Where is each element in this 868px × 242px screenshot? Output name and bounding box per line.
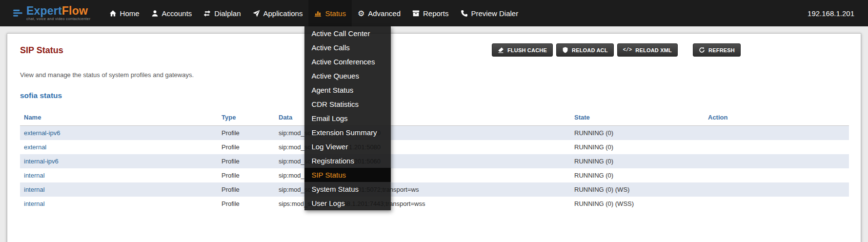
cell-type: Profile (218, 182, 275, 197)
table-row: externalProfilesip:mod_sofia@192.168.1.2… (20, 140, 849, 154)
status-menu-item-active-call-center[interactable]: Active Call Center (304, 26, 391, 40)
nav-item-advanced[interactable]: ⚙Advanced (352, 0, 406, 26)
nav-item-dialplan[interactable]: Dialplan (198, 0, 246, 26)
status-menu-item-system-status[interactable]: System Status (304, 182, 391, 196)
profile-name-link[interactable]: external-ipv6 (24, 129, 60, 137)
expertflow-logo-icon (13, 8, 23, 19)
cell-action (704, 182, 849, 197)
eraser-icon (498, 47, 504, 53)
page-description: View and manage the status of system pro… (20, 71, 848, 79)
status-menu-item-registrations[interactable]: Registrations (304, 154, 391, 168)
server-ip: 192.168.1.201 (807, 9, 854, 18)
status-menu-item-extension-summary[interactable]: Extension Summary (304, 125, 391, 140)
brand-logo[interactable]: ExpertFlow chat, voice and video contact… (13, 5, 91, 21)
chart-icon (314, 10, 322, 17)
gear-icon: ⚙ (358, 10, 364, 17)
column-header-action[interactable]: Action (704, 111, 849, 126)
cell-action (704, 154, 849, 168)
table-row: internalProfilesip:mod_sofia@192.168.1.2… (20, 168, 849, 182)
main-nav: HomeAccountsDialplanApplicationsStatusAc… (103, 0, 525, 26)
button-label: FLUSH CACHE (507, 47, 547, 53)
status-menu-item-log-viewer[interactable]: Log Viewer (304, 140, 391, 154)
status-menu-item-active-queues[interactable]: Active Queues (304, 69, 391, 83)
table-row: internalProfilesips:mod_sofia@192.168.1.… (20, 197, 849, 211)
cell-type: Profile (218, 168, 275, 182)
nav-item-label: Advanced (368, 9, 401, 18)
column-header-name[interactable]: Name (20, 111, 218, 126)
cell-state: RUNNING (0) (WS) (570, 182, 704, 197)
transfer-icon (203, 10, 211, 17)
column-header-type[interactable]: Type (218, 111, 275, 126)
cell-state: RUNNING (0) (570, 154, 704, 168)
profile-name-link[interactable]: internal (24, 200, 45, 207)
nav-item-home[interactable]: Home (103, 0, 145, 26)
section-title: sofia status (20, 91, 848, 100)
nav-item-label: Dialplan (214, 9, 241, 18)
refresh-icon (699, 47, 705, 53)
table-row: internalProfilesip:mod_sofia@192.168.1.2… (20, 182, 849, 197)
sofia-status-table: NameTypeDataStateAction external-ipv6Pro… (20, 111, 849, 211)
toolbar: FLUSH CACHERELOAD ACL</>RELOAD XMLREFRES… (492, 43, 741, 57)
status-dropdown-menu: Active Call CenterActive CallsActive Con… (304, 26, 391, 210)
cell-name: external (20, 140, 218, 154)
column-header-state[interactable]: State (570, 111, 704, 126)
cell-name: external-ipv6 (20, 126, 218, 141)
profile-name-link[interactable]: external (24, 143, 46, 151)
cell-name: internal (20, 197, 218, 211)
nav-item-label: Status (325, 9, 346, 18)
cell-name: internal (20, 168, 218, 182)
status-menu-item-active-conferences[interactable]: Active Conferences (304, 55, 391, 69)
top-navbar: ExpertFlow chat, voice and video contact… (0, 0, 868, 26)
user-icon (151, 10, 159, 17)
brand-tagline: chat, voice and video contactcenter (26, 17, 91, 21)
nav-item-accounts[interactable]: Accounts (145, 0, 198, 26)
archive-icon (412, 10, 420, 17)
nav-item-reports[interactable]: Reports (406, 0, 455, 26)
status-menu-item-email-logs[interactable]: Email Logs (304, 111, 391, 125)
brand-name-secondary: Flow (62, 4, 88, 17)
status-menu-item-sip-status[interactable]: SIP Status (304, 168, 391, 182)
nav-item-status[interactable]: StatusActive Call CenterActive CallsActi… (308, 0, 352, 26)
nav-item-label: Home (120, 9, 140, 18)
refresh-button[interactable]: REFRESH (693, 43, 741, 57)
profile-name-link[interactable]: internal (24, 172, 45, 179)
brand-name-primary: Expert (26, 4, 62, 17)
status-menu-item-active-calls[interactable]: Active Calls (304, 40, 391, 55)
cell-action (704, 126, 849, 141)
table-row: internal-ipv6Profilesip:mod_sofia@192.16… (20, 154, 849, 168)
cell-name: internal (20, 182, 218, 197)
send-icon (253, 10, 260, 17)
shield-icon (562, 47, 568, 53)
cell-action (704, 197, 849, 211)
status-menu-item-user-logs[interactable]: User Logs (304, 196, 391, 210)
cell-action (704, 140, 849, 154)
button-label: REFRESH (708, 47, 735, 53)
status-menu-item-agent-status[interactable]: Agent Status (304, 83, 391, 97)
cell-state: RUNNING (0) (570, 168, 704, 182)
phone-icon (461, 10, 468, 17)
table-row: external-ipv6Profilesip:mod_sofia@192.16… (20, 126, 849, 141)
status-menu-item-cdr-statistics[interactable]: CDR Statistics (304, 97, 391, 111)
button-label: RELOAD ACL (572, 47, 608, 53)
flush-cache-button[interactable]: FLUSH CACHE (492, 43, 553, 57)
table-header-row: NameTypeDataStateAction (20, 111, 849, 126)
cell-type: Profile (218, 126, 275, 141)
profile-name-link[interactable]: internal-ipv6 (24, 158, 59, 165)
nav-item-preview-dialer[interactable]: Preview Dialer (455, 0, 525, 26)
nav-item-label: Reports (423, 9, 449, 18)
code-icon: </> (623, 47, 632, 53)
home-icon (109, 10, 117, 17)
cell-type: Profile (218, 140, 275, 154)
brand-name: ExpertFlow (26, 5, 91, 16)
profile-name-link[interactable]: internal (24, 186, 45, 193)
nav-item-applications[interactable]: Applications (247, 0, 309, 26)
reload-xml-button[interactable]: </>RELOAD XML (617, 43, 678, 57)
nav-item-label: Applications (263, 9, 303, 18)
reload-acl-button[interactable]: RELOAD ACL (556, 43, 614, 57)
cell-name: internal-ipv6 (20, 154, 218, 168)
cell-state: RUNNING (0) (WSS) (570, 197, 704, 211)
nav-item-label: Accounts (162, 9, 192, 18)
content-card: SIP Status View and manage the status of… (7, 33, 861, 242)
cell-state: RUNNING (0) (570, 126, 704, 141)
cell-action (704, 168, 849, 182)
